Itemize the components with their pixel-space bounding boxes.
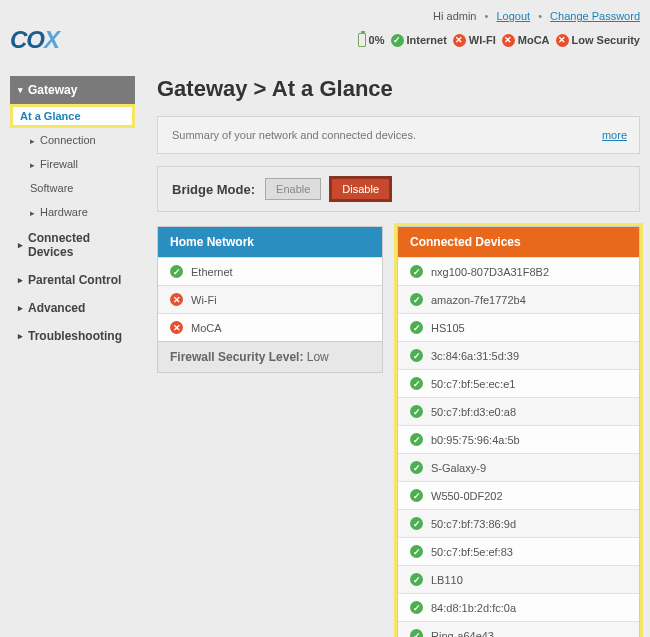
check-icon: ✓: [410, 433, 423, 446]
connected-device-row[interactable]: ✓3c:84:6a:31:5d:39: [398, 341, 639, 369]
greeting: Hi admin: [433, 10, 476, 22]
check-icon: ✓: [410, 321, 423, 334]
nav-connected-devices[interactable]: ▸Connected Devices: [10, 224, 135, 266]
sidebar: ▾Gateway At a Glance ▸ Connection ▸ Fire…: [10, 76, 135, 637]
page-title: Gateway > At a Glance: [157, 76, 640, 102]
device-name: HS105: [431, 322, 465, 334]
status-low-security: ✕Low Security: [556, 34, 640, 47]
nav-advanced[interactable]: ▸Advanced: [10, 294, 135, 322]
home-network-row[interactable]: ✕MoCA: [158, 313, 382, 341]
more-link[interactable]: more: [602, 129, 627, 141]
connected-device-row[interactable]: ✓50:c7:bf:5e:ef:83: [398, 537, 639, 565]
status-label: WI-FI: [469, 34, 496, 46]
check-icon: ✓: [410, 265, 423, 278]
connected-device-row[interactable]: ✓50:c7:bf:d3:e0:a8: [398, 397, 639, 425]
device-name: nxg100-807D3A31F8B2: [431, 266, 549, 278]
check-icon: ✓: [410, 405, 423, 418]
status-wi-fi: ✕WI-FI: [453, 34, 496, 47]
bridge-mode-label: Bridge Mode:: [172, 182, 255, 197]
battery-icon: [358, 33, 366, 47]
battery-status: 0%: [358, 33, 385, 47]
home-network-label: MoCA: [191, 322, 222, 334]
home-network-row[interactable]: ✓Ethernet: [158, 257, 382, 285]
check-icon: ✓: [410, 377, 423, 390]
home-network-label: Ethernet: [191, 266, 233, 278]
device-name: Ring-a64e43: [431, 630, 494, 638]
bridge-enable-button[interactable]: Enable: [265, 178, 321, 200]
check-icon: ✓: [170, 265, 183, 278]
connected-device-row[interactable]: ✓W550-0DF202: [398, 481, 639, 509]
firewall-level-row: Firewall Security Level: Low: [158, 341, 382, 372]
device-name: 50:c7:bf:5e:ef:83: [431, 546, 513, 558]
device-name: W550-0DF202: [431, 490, 503, 502]
summary-text: Summary of your network and connected de…: [172, 129, 416, 141]
device-name: amazon-7fe1772b4: [431, 294, 526, 306]
nav-hardware[interactable]: ▸ Hardware: [10, 200, 135, 224]
check-icon: ✓: [410, 545, 423, 558]
device-name: 3c:84:6a:31:5d:39: [431, 350, 519, 362]
connected-device-row[interactable]: ✓HS105: [398, 313, 639, 341]
home-network-panel: Home Network ✓Ethernet✕Wi-Fi✕MoCA Firewa…: [157, 226, 383, 373]
connected-device-row[interactable]: ✓84:d8:1b:2d:fc:0a: [398, 593, 639, 621]
logo: COX: [10, 26, 59, 54]
device-name: 50:c7:bf:73:86:9d: [431, 518, 516, 530]
nav-gateway[interactable]: ▾Gateway: [10, 76, 135, 104]
nav-connection[interactable]: ▸ Connection: [10, 128, 135, 152]
summary-panel: Summary of your network and connected de…: [157, 116, 640, 154]
x-icon: ✕: [170, 293, 183, 306]
bridge-mode-panel: Bridge Mode: Enable Disable: [157, 166, 640, 212]
nav-parental-control[interactable]: ▸Parental Control: [10, 266, 135, 294]
check-icon: ✓: [410, 517, 423, 530]
x-icon: ✕: [170, 321, 183, 334]
connected-devices-panel: Connected Devices ✓nxg100-807D3A31F8B2✓a…: [397, 226, 640, 637]
device-name: b0:95:75:96:4a:5b: [431, 434, 520, 446]
check-icon: ✓: [410, 349, 423, 362]
status-label: Internet: [407, 34, 447, 46]
x-icon: ✕: [502, 34, 515, 47]
nav-troubleshooting[interactable]: ▸Troubleshooting: [10, 322, 135, 350]
device-name: LB110: [431, 574, 463, 586]
check-icon: ✓: [410, 573, 423, 586]
x-icon: ✕: [556, 34, 569, 47]
device-name: 50:c7:bf:d3:e0:a8: [431, 406, 516, 418]
status-moca: ✕MoCA: [502, 34, 550, 47]
check-icon: ✓: [410, 629, 423, 637]
header-user-links: Hi admin • Logout • Change Password: [10, 10, 640, 26]
status-internet: ✓Internet: [391, 34, 447, 47]
nav-firewall[interactable]: ▸ Firewall: [10, 152, 135, 176]
bridge-disable-button[interactable]: Disable: [331, 178, 390, 200]
home-network-header: Home Network: [158, 227, 382, 257]
check-icon: ✓: [391, 34, 404, 47]
status-bar: 0% ✓Internet✕WI-FI✕MoCA✕Low Security: [358, 33, 640, 47]
connected-device-row[interactable]: ✓amazon-7fe1772b4: [398, 285, 639, 313]
connected-device-row[interactable]: ✓S-Galaxy-9: [398, 453, 639, 481]
check-icon: ✓: [410, 489, 423, 502]
connected-device-row[interactable]: ✓50:c7:bf:73:86:9d: [398, 509, 639, 537]
nav-at-a-glance[interactable]: At a Glance: [10, 104, 135, 128]
logout-link[interactable]: Logout: [496, 10, 530, 22]
x-icon: ✕: [453, 34, 466, 47]
check-icon: ✓: [410, 461, 423, 474]
device-name: 84:d8:1b:2d:fc:0a: [431, 602, 516, 614]
connected-device-row[interactable]: ✓Ring-a64e43: [398, 621, 639, 637]
check-icon: ✓: [410, 293, 423, 306]
nav-software[interactable]: Software: [10, 176, 135, 200]
status-label: Low Security: [572, 34, 640, 46]
home-network-label: Wi-Fi: [191, 294, 217, 306]
connected-device-row[interactable]: ✓LB110: [398, 565, 639, 593]
device-name: S-Galaxy-9: [431, 462, 486, 474]
connected-device-row[interactable]: ✓50:c7:bf:5e:ec:e1: [398, 369, 639, 397]
connected-devices-header: Connected Devices: [398, 227, 639, 257]
connected-device-row[interactable]: ✓nxg100-807D3A31F8B2: [398, 257, 639, 285]
connected-device-row[interactable]: ✓b0:95:75:96:4a:5b: [398, 425, 639, 453]
status-label: MoCA: [518, 34, 550, 46]
device-name: 50:c7:bf:5e:ec:e1: [431, 378, 515, 390]
change-password-link[interactable]: Change Password: [550, 10, 640, 22]
check-icon: ✓: [410, 601, 423, 614]
home-network-row[interactable]: ✕Wi-Fi: [158, 285, 382, 313]
